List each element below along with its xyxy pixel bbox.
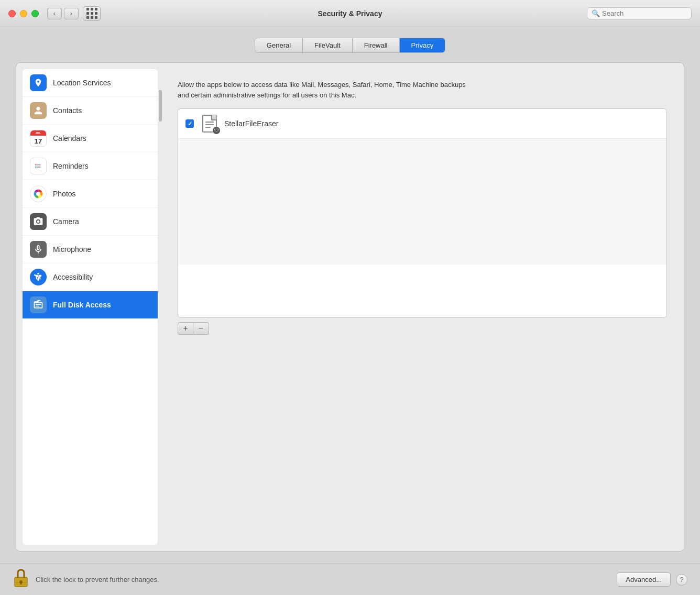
stellar-app-name: StellarFileEraser	[224, 119, 278, 128]
svg-point-2	[35, 166, 36, 167]
sidebar: Location Services Contacts JUL	[23, 69, 158, 545]
main-content: General FileVault Firewall Privacy Locat…	[0, 27, 700, 564]
sidebar-label-photos: Photos	[53, 190, 76, 198]
app-list: ✓ 🛡 StellarFi	[178, 108, 667, 318]
stellar-app-icon: 🛡	[200, 114, 219, 133]
svg-point-4	[35, 167, 36, 168]
svg-point-7	[37, 192, 40, 195]
reminders-icon	[30, 158, 47, 174]
panel-inner: Location Services Contacts JUL	[16, 63, 684, 551]
sidebar-label-accessibility: Accessibility	[53, 273, 93, 281]
doc-lines	[205, 122, 214, 128]
help-button[interactable]: ?	[676, 574, 687, 586]
tabs-container: General FileVault Firewall Privacy	[16, 38, 684, 53]
calendars-icon: JUL 17	[30, 130, 47, 147]
svg-rect-11	[20, 582, 22, 585]
app-list-item: ✓ 🛡 StellarFi	[178, 109, 666, 139]
sidebar-item-reminders[interactable]: Reminders	[23, 152, 158, 180]
location-icon	[30, 74, 47, 91]
advanced-button[interactable]: Advanced...	[617, 572, 671, 587]
remove-app-button[interactable]: −	[193, 322, 209, 335]
window-title: Security & Privacy	[318, 9, 382, 18]
doc-line-1	[205, 122, 214, 123]
sidebar-label-microphone: Microphone	[53, 245, 91, 254]
sidebar-scrollbar-thumb	[159, 90, 162, 122]
checkbox-check-icon: ✓	[188, 120, 192, 127]
tab-firewall[interactable]: Firewall	[353, 38, 400, 52]
minimize-button[interactable]	[20, 10, 27, 17]
doc-line-3	[205, 127, 211, 128]
panel: Location Services Contacts JUL	[16, 62, 684, 552]
title-bar: ‹ › Security & Privacy 🔍	[0, 0, 700, 27]
nav-buttons: ‹ ›	[47, 8, 79, 19]
tab-filevault[interactable]: FileVault	[303, 38, 353, 52]
sidebar-item-location[interactable]: Location Services	[23, 69, 158, 97]
sidebar-label-location: Location Services	[53, 79, 111, 87]
fulldisk-icon	[30, 296, 47, 313]
shield-overlay-icon: 🛡	[213, 127, 220, 134]
sidebar-label-contacts: Contacts	[53, 106, 82, 115]
sidebar-item-contacts[interactable]: Contacts	[23, 97, 158, 125]
sidebar-label-reminders: Reminders	[53, 162, 89, 170]
back-button[interactable]: ‹	[47, 8, 62, 19]
svg-point-0	[35, 164, 36, 165]
bottom-bar: Click the lock to prevent further change…	[0, 564, 700, 595]
sidebar-item-photos[interactable]: Photos	[23, 180, 158, 208]
sidebar-item-fulldisk[interactable]: Full Disk Access	[23, 291, 158, 319]
grid-icon	[86, 8, 97, 19]
sidebar-item-camera[interactable]: Camera	[23, 208, 158, 236]
description-text: Allow the apps below to access data like…	[178, 80, 471, 100]
sidebar-item-microphone[interactable]: Microphone	[23, 236, 158, 263]
tab-group: General FileVault Firewall Privacy	[255, 38, 445, 53]
lock-status-text: Click the lock to prevent further change…	[36, 576, 617, 583]
microphone-icon	[30, 241, 47, 258]
doc-line-2	[205, 124, 214, 125]
tab-general[interactable]: General	[255, 38, 303, 52]
grid-button[interactable]	[83, 6, 101, 21]
sidebar-label-calendars: Calendars	[53, 134, 86, 142]
forward-button[interactable]: ›	[64, 8, 79, 19]
photos-icon	[30, 185, 47, 202]
camera-icon	[30, 213, 47, 230]
sidebar-label-fulldisk: Full Disk Access	[53, 301, 111, 309]
search-input[interactable]	[602, 9, 687, 17]
sidebar-item-accessibility[interactable]: Accessibility	[23, 263, 158, 291]
list-empty-area	[178, 139, 666, 265]
sidebar-item-calendars[interactable]: JUL 17 Calendars	[23, 125, 158, 152]
add-app-button[interactable]: +	[178, 322, 193, 335]
sidebar-label-camera: Camera	[53, 217, 79, 226]
accessibility-icon	[30, 269, 47, 285]
tab-privacy[interactable]: Privacy	[400, 38, 445, 52]
sidebar-scrollbar[interactable]	[158, 70, 163, 544]
svg-point-8	[37, 273, 39, 274]
lock-icon[interactable]	[13, 568, 29, 591]
search-bar[interactable]: 🔍	[587, 7, 692, 19]
close-button[interactable]	[8, 10, 16, 17]
traffic-lights	[8, 10, 39, 17]
search-icon: 🔍	[592, 9, 600, 17]
sidebar-container: Location Services Contacts JUL	[23, 69, 163, 545]
maximize-button[interactable]	[31, 10, 39, 17]
contacts-icon	[30, 102, 47, 119]
list-controls: + −	[178, 322, 667, 335]
right-content: Allow the apps below to access data like…	[167, 69, 677, 545]
stellar-checkbox[interactable]: ✓	[185, 119, 194, 128]
svg-rect-12	[15, 582, 27, 583]
